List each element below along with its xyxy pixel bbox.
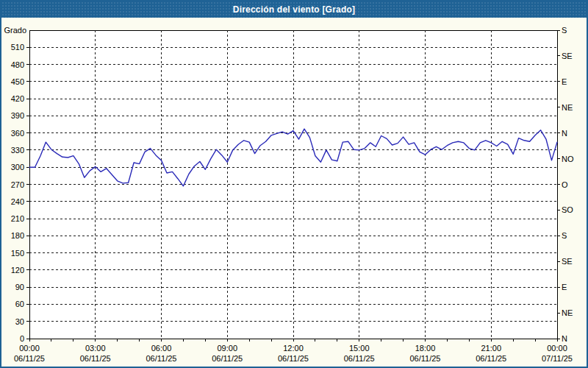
svg-text:120: 120	[11, 266, 24, 275]
svg-text:420: 420	[11, 94, 24, 103]
svg-text:NE: NE	[562, 103, 573, 112]
svg-text:450: 450	[11, 77, 24, 86]
y-axis-right: NNEESESSOONONNEESES	[557, 26, 574, 343]
svg-text:360: 360	[11, 129, 24, 138]
svg-text:06/11/25: 06/11/25	[14, 354, 45, 363]
svg-text:60: 60	[15, 300, 24, 308]
svg-text:03:00: 03:00	[85, 344, 106, 353]
svg-text:18:00: 18:00	[415, 344, 436, 353]
svg-text:00:00: 00:00	[19, 344, 40, 353]
svg-text:Grado: Grado	[4, 26, 26, 35]
svg-text:180: 180	[11, 231, 24, 240]
svg-text:15:00: 15:00	[349, 344, 370, 353]
svg-text:06/11/25: 06/11/25	[344, 354, 375, 363]
svg-text:S: S	[562, 231, 567, 240]
title-bar: Dirección del viento [Grado]	[1, 1, 587, 18]
svg-text:06/11/25: 06/11/25	[278, 354, 309, 363]
svg-text:240: 240	[11, 197, 24, 206]
chart-window: Dirección del viento [Grado] 03060901201…	[0, 0, 588, 368]
svg-text:30: 30	[15, 317, 24, 326]
svg-text:90: 90	[15, 283, 24, 291]
svg-text:480: 480	[11, 60, 24, 69]
svg-text:210: 210	[11, 214, 24, 223]
svg-text:SO: SO	[562, 205, 573, 214]
svg-text:06/11/25: 06/11/25	[146, 354, 176, 363]
svg-text:N: N	[562, 129, 567, 138]
svg-text:N: N	[562, 334, 567, 343]
svg-text:E: E	[562, 283, 567, 291]
svg-text:E: E	[562, 77, 567, 86]
svg-text:06/11/25: 06/11/25	[476, 354, 506, 363]
svg-text:300: 300	[11, 163, 24, 171]
svg-text:06:00: 06:00	[151, 344, 172, 353]
wind-direction-chart: 0306090120150180210240270300330360390420…	[1, 18, 587, 367]
svg-text:390: 390	[11, 111, 24, 120]
svg-text:NO: NO	[562, 155, 574, 163]
svg-text:O: O	[562, 180, 568, 189]
svg-text:12:00: 12:00	[283, 344, 304, 353]
y-axis-left: 0306090120150180210240270300330360390420…	[11, 43, 29, 343]
svg-text:07/11/25: 07/11/25	[542, 354, 573, 363]
y-axis-title: Grado	[4, 26, 26, 35]
svg-text:09:00: 09:00	[217, 344, 237, 353]
svg-text:06/11/25: 06/11/25	[80, 354, 111, 363]
svg-text:NE: NE	[562, 308, 573, 317]
svg-text:150: 150	[11, 249, 24, 258]
chart-title: Dirección del viento [Grado]	[233, 4, 355, 15]
x-axis-labels: 00:0006/11/2503:0006/11/2506:0006/11/250…	[14, 344, 573, 363]
svg-text:06/11/25: 06/11/25	[409, 354, 440, 363]
svg-text:330: 330	[11, 146, 24, 155]
svg-text:00:00: 00:00	[547, 344, 567, 353]
svg-text:SE: SE	[562, 257, 573, 266]
chart-area: 0306090120150180210240270300330360390420…	[1, 18, 587, 367]
svg-text:S: S	[562, 26, 567, 35]
svg-text:06/11/25: 06/11/25	[212, 354, 243, 363]
svg-text:270: 270	[11, 180, 24, 189]
x-axis-ticks	[29, 339, 557, 342]
svg-text:21:00: 21:00	[481, 344, 501, 353]
svg-text:510: 510	[11, 43, 24, 52]
svg-text:SE: SE	[562, 52, 573, 60]
svg-text:0: 0	[20, 334, 24, 343]
